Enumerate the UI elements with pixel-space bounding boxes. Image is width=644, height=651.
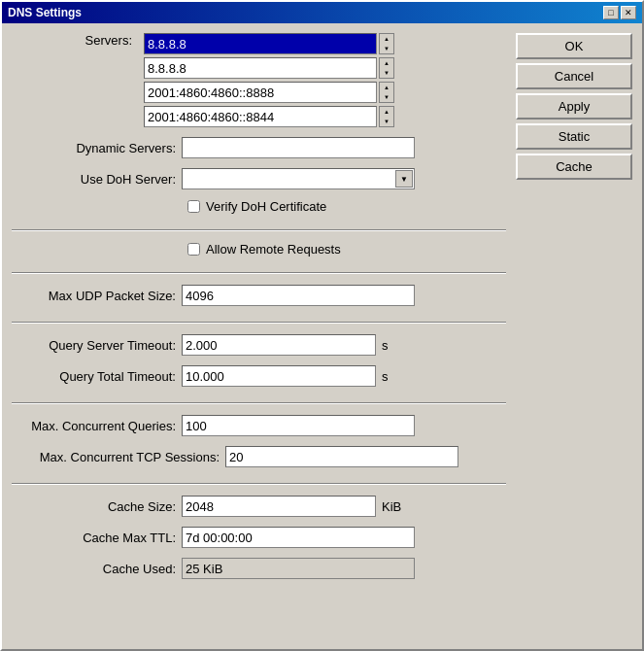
cache-button[interactable]: Cache — [516, 154, 632, 180]
query-total-timeout-label: Query Total Timeout: — [12, 369, 182, 384]
use-doh-row: Use DoH Server: ▼ — [12, 168, 506, 189]
cache-used-row: Cache Used: — [12, 558, 506, 579]
cache-max-ttl-input[interactable] — [182, 527, 415, 548]
max-concurrent-tcp-row: Max. Concurrent TCP Sessions: — [12, 446, 506, 467]
cancel-button[interactable]: Cancel — [516, 63, 632, 89]
cache-size-row: Cache Size: KiB — [12, 496, 506, 517]
cache-max-ttl-label: Cache Max TTL: — [12, 531, 182, 545]
max-concurrent-tcp-label: Max. Concurrent TCP Sessions: — [12, 450, 225, 464]
server-row-1 — [144, 33, 394, 54]
max-udp-input[interactable] — [182, 285, 415, 306]
maximize-button[interactable]: □ — [603, 6, 619, 19]
separator-3 — [12, 322, 506, 323]
query-total-timeout-row: Query Total Timeout: s — [12, 365, 506, 387]
server-2-up[interactable] — [380, 58, 393, 68]
max-concurrent-tcp-input[interactable] — [225, 446, 458, 467]
servers-label: Servers: — [12, 33, 138, 127]
servers-section: Servers: — [12, 33, 506, 127]
query-server-timeout-label: Query Server Timeout: — [12, 338, 182, 353]
server-3-spinner[interactable] — [379, 82, 394, 103]
query-total-timeout-unit: s — [382, 369, 389, 384]
verify-doh-checkbox[interactable] — [187, 200, 200, 213]
static-button[interactable]: Static — [516, 123, 632, 150]
cache-used-label: Cache Used: — [12, 562, 182, 576]
server-input-1[interactable] — [144, 33, 377, 54]
verify-doh-row: Verify DoH Certificate — [187, 199, 506, 214]
query-total-timeout-input[interactable] — [182, 365, 376, 387]
separator-4 — [12, 402, 506, 403]
server-row-2 — [144, 57, 394, 79]
ok-button[interactable]: OK — [516, 33, 632, 59]
query-server-timeout-input[interactable] — [182, 334, 376, 356]
close-button[interactable]: ✕ — [621, 6, 636, 19]
verify-doh-label: Verify DoH Certificate — [206, 199, 326, 214]
dns-settings-window: DNS Settings □ ✕ Servers: — [0, 0, 644, 651]
max-concurrent-queries-row: Max. Concurrent Queries: — [12, 415, 506, 436]
cache-max-ttl-row: Cache Max TTL: — [12, 527, 506, 548]
server-2-down[interactable] — [380, 68, 393, 78]
main-panel: Servers: — [12, 33, 506, 639]
allow-remote-row: Allow Remote Requests — [187, 242, 506, 257]
use-doh-label: Use DoH Server: — [12, 172, 182, 187]
cache-size-input[interactable] — [182, 496, 376, 517]
dynamic-servers-label: Dynamic Servers: — [12, 141, 182, 155]
server-1-spinner[interactable] — [379, 33, 394, 54]
allow-remote-checkbox[interactable] — [187, 243, 200, 256]
server-1-up[interactable] — [380, 34, 393, 44]
server-4-spinner[interactable] — [379, 106, 394, 127]
server-row-3 — [144, 82, 394, 103]
server-3-down[interactable] — [380, 92, 393, 102]
window-controls: □ ✕ — [603, 6, 636, 19]
dynamic-servers-row: Dynamic Servers: — [12, 137, 506, 158]
separator-2 — [12, 272, 506, 273]
max-udp-label: Max UDP Packet Size: — [12, 289, 182, 303]
server-row-4 — [144, 106, 394, 127]
server-input-4[interactable] — [144, 106, 377, 127]
side-panel: OK Cancel Apply Static Cache — [516, 33, 632, 639]
server-3-up[interactable] — [380, 83, 393, 92]
server-input-3[interactable] — [144, 82, 377, 103]
apply-button[interactable]: Apply — [516, 93, 632, 120]
servers-inputs — [144, 33, 394, 127]
cache-size-label: Cache Size: — [12, 499, 182, 514]
separator-5 — [12, 483, 506, 484]
allow-remote-label: Allow Remote Requests — [206, 242, 341, 257]
cache-used-input — [182, 558, 415, 579]
cache-size-unit: KiB — [382, 499, 401, 514]
window-title: DNS Settings — [8, 6, 82, 19]
query-server-timeout-unit: s — [382, 338, 389, 353]
dialog-content: Servers: — [2, 23, 642, 649]
server-input-2[interactable] — [144, 57, 377, 79]
max-concurrent-queries-input[interactable] — [182, 415, 415, 436]
max-udp-row: Max UDP Packet Size: — [12, 285, 506, 306]
query-server-timeout-row: Query Server Timeout: s — [12, 334, 506, 356]
max-concurrent-queries-label: Max. Concurrent Queries: — [12, 419, 182, 433]
server-4-up[interactable] — [380, 107, 393, 117]
dynamic-servers-input[interactable] — [182, 137, 415, 158]
use-doh-dropdown-wrapper: ▼ — [182, 168, 415, 189]
title-bar: DNS Settings □ ✕ — [2, 2, 642, 23]
use-doh-input[interactable] — [182, 168, 415, 189]
separator-1 — [12, 229, 506, 230]
server-1-down[interactable] — [380, 44, 393, 53]
server-4-down[interactable] — [380, 117, 393, 126]
server-2-spinner[interactable] — [379, 57, 394, 79]
